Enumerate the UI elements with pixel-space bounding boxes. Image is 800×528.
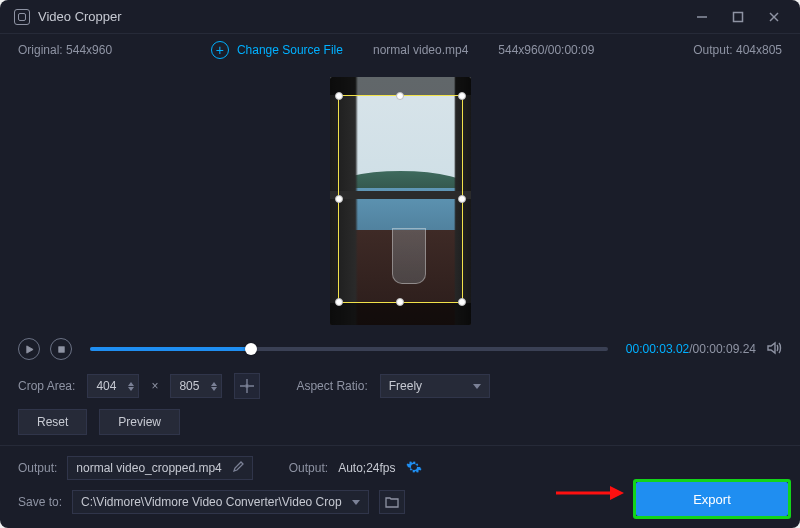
chevron-down-icon: [473, 384, 481, 389]
aspect-ratio-label: Aspect Ratio:: [296, 379, 367, 393]
stop-icon: [57, 345, 66, 354]
app-logo-icon: [14, 9, 30, 25]
action-buttons-row: Reset Preview: [0, 409, 800, 445]
svg-point-6: [246, 385, 248, 387]
multiply-symbol: ×: [151, 379, 158, 393]
play-bar: 00:00:03.02/00:00:09.24: [0, 331, 800, 367]
seek-slider[interactable]: [90, 347, 608, 351]
svg-marker-4: [26, 345, 32, 352]
volume-icon: [766, 340, 782, 356]
stop-button[interactable]: [50, 338, 72, 360]
open-folder-button[interactable]: [379, 490, 405, 514]
plus-circle-icon: +: [211, 41, 229, 59]
center-crop-icon: [239, 378, 255, 394]
crop-handle-bl[interactable]: [335, 298, 343, 306]
output-format-value: Auto;24fps: [338, 461, 395, 475]
save-path-select[interactable]: C:\Vidmore\Vidmore Video Converter\Video…: [72, 490, 369, 514]
title-bar: Video Cropper: [0, 0, 800, 34]
svg-rect-5: [58, 346, 63, 351]
output-panel: Output: normal video_cropped.mp4 Output:…: [0, 446, 800, 528]
crop-handle-mr[interactable]: [458, 195, 466, 203]
output-settings-button[interactable]: [406, 459, 422, 478]
aspect-ratio-select[interactable]: Freely: [380, 374, 490, 398]
edit-filename-button[interactable]: [232, 461, 244, 476]
crop-area-label: Crop Area:: [18, 379, 75, 393]
crop-handle-ml[interactable]: [335, 195, 343, 203]
reset-button[interactable]: Reset: [18, 409, 87, 435]
output-format-label: Output:: [289, 461, 328, 475]
change-source-file-button[interactable]: + Change Source File: [211, 41, 343, 59]
app-title: Video Cropper: [38, 9, 122, 24]
svg-rect-1: [734, 12, 743, 21]
crop-handle-tm[interactable]: [396, 92, 404, 100]
crop-rectangle[interactable]: [338, 95, 463, 303]
change-source-label: Change Source File: [237, 43, 343, 57]
output-file-label: Output:: [18, 461, 57, 475]
source-filename: normal video.mp4: [373, 43, 468, 57]
crop-handle-tl[interactable]: [335, 92, 343, 100]
crop-width-input[interactable]: 404: [87, 374, 139, 398]
crop-handle-tr[interactable]: [458, 92, 466, 100]
crop-handle-bm[interactable]: [396, 298, 404, 306]
app-window: Video Cropper Original: 544x960 + Change…: [0, 0, 800, 528]
height-stepper[interactable]: [211, 382, 217, 391]
seek-knob[interactable]: [245, 343, 257, 355]
export-button[interactable]: Export: [636, 482, 788, 516]
pencil-icon: [232, 461, 244, 473]
time-display: 00:00:03.02/00:00:09.24: [626, 342, 756, 356]
gear-icon: [406, 459, 422, 475]
play-button[interactable]: [18, 338, 40, 360]
maximize-button[interactable]: [720, 0, 756, 34]
crop-height-input[interactable]: 805: [170, 374, 222, 398]
play-icon: [25, 345, 34, 354]
video-preview[interactable]: [330, 77, 471, 325]
crop-controls: Crop Area: 404 × 805 Aspect Ratio: Freel…: [0, 367, 800, 409]
original-size-label: Original: 544x960: [18, 43, 112, 57]
source-dims-time: 544x960/00:00:09: [498, 43, 594, 57]
folder-icon: [385, 496, 399, 508]
preview-area: [0, 66, 800, 331]
volume-button[interactable]: [766, 340, 782, 359]
output-size-label: Output: 404x805: [693, 43, 782, 57]
close-button[interactable]: [756, 0, 792, 34]
minimize-button[interactable]: [684, 0, 720, 34]
preview-button[interactable]: Preview: [99, 409, 180, 435]
info-bar: Original: 544x960 + Change Source File n…: [0, 34, 800, 66]
save-to-label: Save to:: [18, 495, 62, 509]
width-stepper[interactable]: [128, 382, 134, 391]
output-filename-field[interactable]: normal video_cropped.mp4: [67, 456, 252, 480]
crop-handle-br[interactable]: [458, 298, 466, 306]
center-crop-button[interactable]: [234, 373, 260, 399]
chevron-down-icon: [352, 500, 360, 505]
